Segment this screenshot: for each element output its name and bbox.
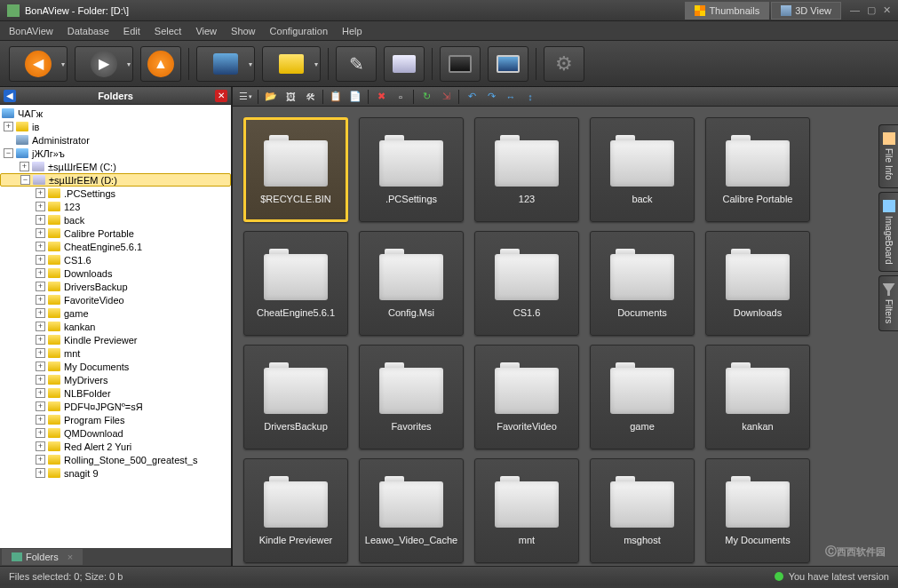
edit-button[interactable]: ✎	[336, 46, 377, 82]
tree-row[interactable]: +My Documents	[0, 360, 231, 373]
expand-icon[interactable]: +	[36, 228, 45, 238]
slideshow-button[interactable]	[488, 46, 528, 82]
thumb-item[interactable]: back	[590, 117, 695, 222]
tree-row[interactable]: +123	[0, 200, 231, 213]
thumb-item[interactable]: Config.Msi	[359, 231, 464, 336]
up-button[interactable]: ▲	[140, 46, 181, 82]
menu-edit[interactable]: Edit	[123, 26, 140, 36]
menu-help[interactable]: Help	[342, 26, 362, 36]
filters-tab[interactable]: Filters	[878, 275, 898, 331]
thumb-item[interactable]: DriversBackup	[243, 345, 348, 449]
thumb-item[interactable]: msghost	[590, 458, 695, 563]
thumb-item[interactable]: FavoriteVideo	[474, 345, 579, 449]
tree-row[interactable]: +game	[0, 306, 231, 320]
thumb-item[interactable]: Calibre Portable	[705, 117, 810, 222]
redo-button[interactable]: ↷	[484, 90, 498, 104]
minimize-button[interactable]: —	[850, 4, 860, 16]
thumbnail-grid[interactable]: $RECYCLE.BIN.PCSettings123backCalibre Po…	[233, 107, 898, 566]
tree-row[interactable]: +Rolling_Stone_500_greatest_s	[0, 453, 231, 466]
close-button[interactable]: ✕	[883, 4, 891, 16]
tree-row[interactable]: +mnt	[0, 346, 231, 360]
export-button[interactable]: ⇲	[439, 90, 453, 104]
imageboard-tab[interactable]: ImageBoard	[878, 192, 898, 272]
tree-row[interactable]: +Kindle Previewer	[0, 333, 231, 346]
tree-row[interactable]: Administrator	[0, 133, 231, 147]
tab-close-icon[interactable]: ×	[68, 552, 73, 562]
tree-row[interactable]: +Red Alert 2 Yuri	[0, 440, 231, 453]
print-button[interactable]	[440, 46, 481, 82]
image-button[interactable]: 🖼	[283, 90, 298, 104]
expand-icon[interactable]: +	[36, 295, 45, 305]
tab-3d-view[interactable]: 3D View	[771, 2, 841, 20]
tree-row[interactable]: +±sµШrEEM (C:)	[0, 160, 231, 173]
tools-button[interactable]: 🛠	[303, 90, 317, 104]
collapse-icon[interactable]: −	[4, 148, 13, 158]
tree-row[interactable]: +CheatEngine5.6.1	[0, 240, 231, 253]
menu-configuration[interactable]: Configuration	[270, 26, 328, 36]
thumb-item[interactable]: 123	[474, 117, 579, 222]
expand-icon[interactable]: +	[36, 362, 45, 371]
expand-icon[interactable]: +	[36, 202, 45, 211]
menu-show[interactable]: Show	[231, 26, 256, 36]
expand-icon[interactable]: +	[4, 122, 13, 131]
expand-icon[interactable]: +	[36, 268, 45, 278]
thumb-item[interactable]: My Documents	[705, 458, 810, 563]
expand-icon[interactable]: +	[36, 322, 45, 331]
expand-icon[interactable]: +	[36, 401, 45, 411]
tree-row[interactable]: +Program Files	[0, 413, 231, 426]
settings-button[interactable]: ⚙	[544, 46, 584, 82]
thumb-item[interactable]: Kindle Previewer	[243, 458, 348, 563]
menu-view[interactable]: View	[195, 26, 217, 36]
view-mode-button[interactable]: ☰▾	[238, 90, 252, 104]
thumb-item[interactable]: CheatEngine5.6.1	[243, 231, 348, 336]
file-info-tab[interactable]: File Info	[878, 124, 898, 188]
expand-icon[interactable]: +	[36, 375, 45, 385]
folder-tree[interactable]: ЧАГж +ів Administrator −јЖЛг»ъ +±sµШrEEM…	[0, 105, 231, 548]
wallpaper-button[interactable]	[384, 46, 425, 82]
deselect-button[interactable]: ▫	[393, 90, 408, 104]
thumb-item[interactable]: Documents	[590, 231, 695, 336]
acquire-button[interactable]: ▾	[196, 46, 255, 82]
folders-tab[interactable]: Folders ×	[2, 549, 83, 565]
collapse-icon[interactable]: −	[20, 175, 30, 185]
expand-icon[interactable]: +	[36, 455, 45, 465]
thumb-item[interactable]: .PCSettings	[359, 117, 464, 222]
thumb-item[interactable]: game	[590, 345, 695, 449]
expand-icon[interactable]: +	[36, 255, 45, 265]
expand-icon[interactable]: +	[36, 428, 45, 438]
collapse-left-icon[interactable]: ◀	[4, 90, 16, 102]
undo-button[interactable]: ↶	[465, 90, 479, 104]
maximize-button[interactable]: ▢	[867, 4, 876, 16]
expand-button[interactable]: ↕	[523, 90, 537, 104]
tree-row[interactable]: +MyDrivers	[0, 373, 231, 386]
thumb-item[interactable]: Leawo_Video_Cache	[359, 458, 464, 563]
expand-icon[interactable]: +	[36, 188, 45, 198]
expand-icon[interactable]: +	[36, 282, 45, 291]
tree-row[interactable]: +FavoriteVideo	[0, 293, 231, 306]
menu-database[interactable]: Database	[68, 26, 109, 36]
tree-row[interactable]: +NLBFolder	[0, 386, 231, 400]
tree-row[interactable]: +QMDownload	[0, 426, 231, 440]
thumb-item[interactable]: Downloads	[705, 231, 810, 336]
tree-row[interactable]: −јЖЛг»ъ	[0, 147, 231, 160]
collapse-button[interactable]: ↔	[504, 90, 518, 104]
tree-row[interactable]: +snagit 9	[0, 466, 231, 480]
refresh-button[interactable]: ↻	[419, 90, 433, 104]
expand-icon[interactable]: +	[36, 441, 45, 451]
menu-select[interactable]: Select	[155, 26, 182, 36]
copy-button[interactable]: 📋	[329, 90, 343, 104]
tree-row[interactable]: ЧАГж	[0, 107, 231, 120]
forward-button[interactable]: ▶▾	[75, 46, 133, 82]
expand-icon[interactable]: +	[36, 242, 45, 251]
paste-button[interactable]: 📄	[348, 90, 362, 104]
tree-row[interactable]: +PDFЧ¤JPGNº=sЯ	[0, 400, 231, 413]
new-folder-button[interactable]: ▾	[262, 46, 321, 82]
back-button[interactable]: ◀▾	[9, 46, 68, 82]
tree-row-selected[interactable]: −±sµШrEEM (D:)	[0, 173, 231, 187]
thumb-item[interactable]: $RECYCLE.BIN	[243, 117, 348, 222]
tree-row[interactable]: +ів	[0, 120, 231, 133]
expand-icon[interactable]: +	[36, 388, 45, 398]
expand-icon[interactable]: +	[36, 215, 45, 225]
tree-row[interactable]: +.PCSettings	[0, 187, 231, 200]
expand-icon[interactable]: +	[36, 348, 45, 358]
